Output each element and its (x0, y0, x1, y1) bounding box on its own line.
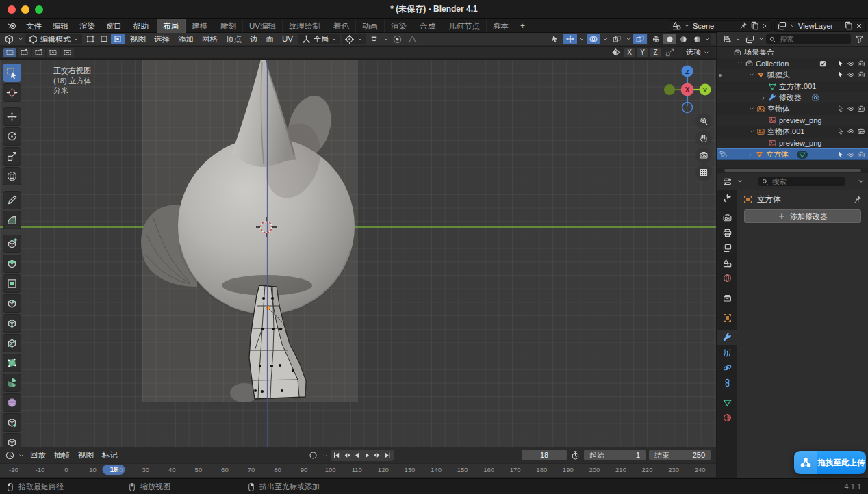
jump-last-button[interactable] (383, 450, 393, 460)
tool-select-box[interactable] (3, 64, 21, 82)
hand-button[interactable] (695, 130, 712, 146)
properties-tab-data[interactable] (717, 395, 737, 410)
expand-open-icon[interactable] (735, 60, 745, 67)
eye-toggle[interactable] (846, 105, 856, 113)
timeline-menu-2[interactable]: 视图 (74, 450, 98, 460)
eye-toggle[interactable] (846, 151, 856, 159)
stopwatch-icon[interactable] (570, 450, 580, 460)
proportional-falloff-dropdown[interactable] (406, 34, 420, 44)
mirror-toggle[interactable] (609, 47, 622, 58)
viewport-menu-6[interactable]: 面 (262, 34, 279, 44)
tool-transform[interactable] (3, 167, 21, 185)
outliner-row-3[interactable]: 立方体.001 (717, 81, 868, 92)
outliner-row-2[interactable]: 狐狸头 (717, 69, 868, 81)
timeline-editor-type[interactable] (3, 450, 16, 461)
camera-toggle[interactable] (856, 70, 866, 79)
camera-toggle[interactable] (856, 105, 866, 113)
chevron-down-icon[interactable] (602, 36, 609, 42)
tool-annotate[interactable] (3, 191, 21, 209)
keyframe-next-button[interactable] (372, 450, 383, 460)
selmode-invert-button[interactable] (47, 48, 60, 57)
viewlayer-selector[interactable]: ViewLayer (774, 20, 866, 32)
blender-menu-icon[interactable] (3, 21, 21, 31)
edge-select-button[interactable] (97, 34, 111, 44)
outliner-row-1[interactable]: Collection (717, 58, 868, 70)
tool-bevel[interactable] (3, 294, 21, 313)
grid-nav-button[interactable] (695, 164, 712, 181)
mode-dropdown[interactable]: 编辑模式 (25, 34, 82, 44)
add-workspace-button[interactable]: + (515, 19, 530, 33)
select-arrow-toggle[interactable] (836, 70, 845, 79)
workspace-tab-10[interactable]: 脚本 (487, 19, 515, 33)
jump-first-button[interactable] (331, 450, 342, 460)
auto-keyframe-toggle[interactable] (306, 450, 320, 461)
duplicate-icon[interactable] (750, 21, 760, 31)
zoom-window-button[interactable] (35, 5, 43, 14)
shade-solid-button[interactable] (663, 34, 676, 44)
workspace-tab-9[interactable]: 几何节点 (442, 19, 487, 33)
outliner-row-8[interactable]: preview_png (717, 138, 868, 149)
properties-tab-particles[interactable] (717, 345, 737, 360)
mirror-axis-y-button[interactable]: Y (637, 48, 648, 57)
properties-search-input[interactable] (771, 177, 842, 186)
current-frame-field[interactable]: 18 (522, 450, 567, 460)
expand-closed-icon[interactable] (758, 94, 768, 101)
chevron-down-icon[interactable] (625, 36, 632, 42)
chevron-down-icon[interactable] (704, 36, 711, 42)
viewport-menu-3[interactable]: 网格 (198, 34, 222, 44)
workspace-tab-4[interactable]: 纹理绘制 (283, 19, 327, 33)
menu-1[interactable]: 编辑 (47, 19, 74, 33)
select-arrow-toggle[interactable] (836, 151, 845, 159)
properties-editor-type[interactable] (720, 176, 734, 187)
outliner-search-input[interactable] (778, 34, 848, 44)
tool-shear[interactable] (3, 433, 21, 447)
menu-4[interactable]: 帮助 (127, 19, 154, 33)
properties-tab-physics[interactable] (717, 360, 737, 375)
properties-tab-constraints[interactable] (717, 375, 737, 390)
selmode-extend-button[interactable] (18, 48, 31, 57)
checkbox-checked-icon[interactable] (819, 60, 827, 68)
timeline-menu-1[interactable]: 插帧 (50, 450, 74, 460)
snap-toggle[interactable] (368, 34, 381, 44)
workspace-tab-2[interactable]: 雕刻 (214, 19, 243, 33)
tool-measure[interactable] (3, 211, 21, 229)
workspace-tab-0[interactable]: 布局 (157, 19, 186, 33)
play-reverse-button[interactable] (352, 450, 362, 460)
shade-render-button[interactable] (690, 34, 704, 44)
properties-tab-world[interactable] (717, 270, 737, 285)
tool-spin[interactable] (3, 374, 21, 392)
xray-toggle[interactable] (610, 34, 624, 44)
zoom-nav-button[interactable] (695, 113, 712, 129)
pin-icon[interactable] (852, 194, 863, 205)
duplicate-icon[interactable] (843, 21, 854, 31)
visibility-toggle[interactable] (548, 34, 562, 44)
outliner-row-7[interactable]: 空物体.001 (717, 126, 868, 138)
eye-toggle[interactable] (846, 127, 856, 135)
properties-tab-scene[interactable] (717, 255, 737, 270)
outliner-row-4[interactable]: 修改器 (717, 92, 868, 103)
keyframe-prev-button[interactable] (342, 450, 352, 460)
properties-tab-collection[interactable] (717, 290, 737, 305)
outliner-row-0[interactable]: 场景集合 (717, 47, 868, 58)
tool-smooth[interactable] (3, 393, 21, 412)
select-arrow-light-toggle[interactable] (836, 105, 845, 113)
outliner-row-6[interactable]: preview_png (717, 115, 868, 127)
proportional-editing-toggle[interactable] (391, 34, 405, 44)
chevron-down-icon[interactable] (857, 177, 865, 185)
tool-rotate[interactable] (3, 127, 21, 146)
outliner-row-5[interactable]: 空物体 (717, 103, 868, 115)
vertex-select-button[interactable] (84, 34, 97, 44)
minimize-window-button[interactable] (21, 5, 29, 14)
scene-selector[interactable]: Scene (669, 20, 772, 32)
select-arrow-toggle[interactable] (836, 60, 845, 68)
properties-tab-output[interactable] (717, 225, 737, 240)
workspace-tab-3[interactable]: UV编辑 (243, 19, 283, 33)
toggle-xray-button[interactable] (633, 34, 647, 44)
shade-wire-button[interactable] (649, 34, 663, 44)
gizmos-toggle[interactable] (563, 34, 577, 44)
tool-extrude-region[interactable] (3, 255, 21, 273)
outliner-filter-mode[interactable] (743, 34, 756, 44)
selmode-new-button[interactable] (3, 48, 16, 57)
expand-open-icon[interactable] (746, 128, 756, 135)
tool-loop-cut[interactable] (3, 314, 21, 333)
